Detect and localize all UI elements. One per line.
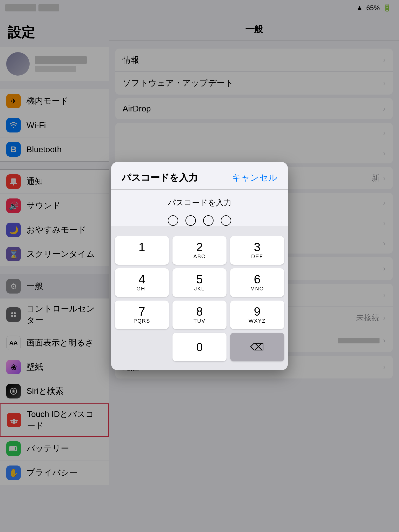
numpad: 1 2 ABC 3 DEF 4 GHI 5 xyxy=(111,234,288,370)
numpad-key-3[interactable]: 3 DEF xyxy=(230,236,284,265)
key-5-number: 5 xyxy=(196,273,203,285)
key-0-number: 0 xyxy=(196,341,203,353)
numpad-key-0[interactable]: 0 xyxy=(172,333,227,361)
key-3-number: 3 xyxy=(254,241,261,253)
passcode-dot-4 xyxy=(221,215,231,226)
modal-subtitle: パスコードを入力 xyxy=(122,197,277,208)
modal-cancel-button[interactable]: キャンセル xyxy=(232,172,277,184)
key-2-number: 2 xyxy=(196,241,203,253)
key-8-number: 8 xyxy=(196,305,203,317)
numpad-key-empty xyxy=(115,333,169,361)
key-7-letters: PQRS xyxy=(134,318,150,324)
key-6-number: 6 xyxy=(254,273,261,285)
key-5-letters: JKL xyxy=(194,286,205,292)
passcode-dot-2 xyxy=(185,215,196,226)
key-7-number: 7 xyxy=(138,305,145,317)
key-6-letters: MNO xyxy=(250,286,264,292)
key-9-number: 9 xyxy=(254,305,261,317)
passcode-dot-1 xyxy=(168,215,178,226)
numpad-key-9[interactable]: 9 WXYZ xyxy=(230,301,284,329)
key-9-letters: WXYZ xyxy=(249,318,266,324)
key-8-letters: TUV xyxy=(194,318,205,324)
numpad-key-5[interactable]: 5 JKL xyxy=(172,268,227,297)
key-2-letters: ABC xyxy=(193,254,205,260)
numpad-key-8[interactable]: 8 TUV xyxy=(172,301,227,329)
numpad-row-1: 1 2 ABC 3 DEF xyxy=(115,236,284,265)
modal-header: パスコードを入力 キャンセル xyxy=(111,162,288,190)
passcode-dot-3 xyxy=(203,215,214,226)
passcode-dots xyxy=(122,215,277,226)
numpad-key-1[interactable]: 1 xyxy=(115,236,169,265)
key-4-letters: GHI xyxy=(136,286,147,292)
key-4-number: 4 xyxy=(138,273,145,285)
numpad-row-4: 0 ⌫ xyxy=(115,333,284,361)
key-1-letters xyxy=(141,254,143,260)
numpad-key-2[interactable]: 2 ABC xyxy=(172,236,227,265)
modal-body: パスコードを入力 xyxy=(111,190,288,226)
passcode-modal: パスコードを入力 キャンセル パスコードを入力 1 2 AB xyxy=(111,162,288,370)
numpad-key-4[interactable]: 4 GHI xyxy=(115,268,169,297)
key-3-letters: DEF xyxy=(251,254,263,260)
delete-icon: ⌫ xyxy=(250,341,264,353)
key-1-number: 1 xyxy=(138,241,145,253)
numpad-row-3: 7 PQRS 8 TUV 9 WXYZ xyxy=(115,301,284,329)
modal-overlay: パスコードを入力 キャンセル パスコードを入力 1 2 AB xyxy=(0,0,399,532)
numpad-key-delete[interactable]: ⌫ xyxy=(230,333,284,361)
numpad-key-7[interactable]: 7 PQRS xyxy=(115,301,169,329)
numpad-row-2: 4 GHI 5 JKL 6 MNO xyxy=(115,268,284,297)
numpad-key-6[interactable]: 6 MNO xyxy=(230,268,284,297)
modal-title: パスコードを入力 xyxy=(122,171,198,184)
